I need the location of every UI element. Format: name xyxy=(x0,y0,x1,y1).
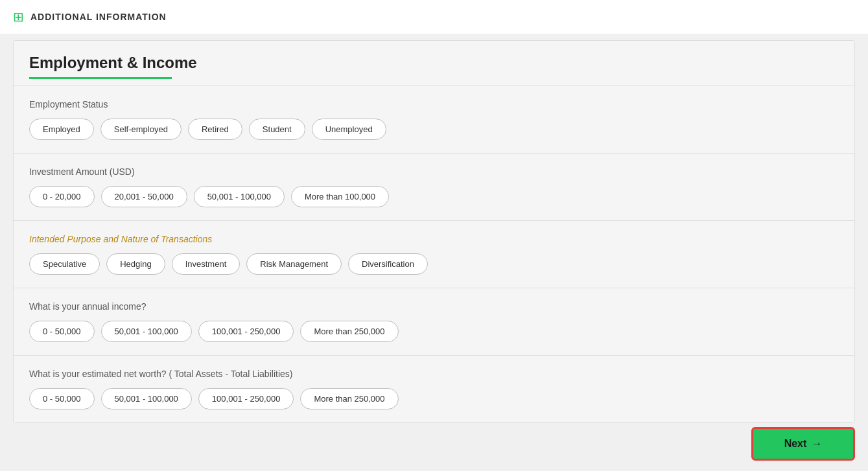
investment-amount-pills: 0 - 20,000 20,001 - 50,000 50,001 - 100,… xyxy=(29,186,839,207)
card-title-section: Employment & Income xyxy=(14,41,854,86)
employment-status-section: Employment Status Employed Self-employed… xyxy=(14,86,854,153)
investment-amount-section: Investment Amount (USD) 0 - 20,000 20,00… xyxy=(14,153,854,220)
page-header: ⊞ ADDITIONAL INFORMATION xyxy=(0,0,868,34)
pill-income-more-than-250000[interactable]: More than 250,000 xyxy=(300,321,398,342)
pill-networth-0-50000[interactable]: 0 - 50,000 xyxy=(29,388,95,409)
net-worth-pills: 0 - 50,000 50,001 - 100,000 100,001 - 25… xyxy=(29,388,839,409)
next-arrow-icon: → xyxy=(812,438,822,450)
intended-purpose-pills: Speculative Hedging Investment Risk Mana… xyxy=(29,253,839,275)
next-button[interactable]: Next → xyxy=(751,427,855,461)
intended-purpose-label: Intended Purpose and Nature of Transacti… xyxy=(29,234,839,244)
footer: Next → xyxy=(0,417,868,471)
investment-amount-label: Investment Amount (USD) xyxy=(29,167,839,177)
pill-networth-50001-100000[interactable]: 50,001 - 100,000 xyxy=(101,388,192,409)
pill-diversification[interactable]: Diversification xyxy=(348,253,428,275)
pill-0-20000[interactable]: 0 - 20,000 xyxy=(29,186,95,207)
next-button-label: Next xyxy=(784,438,807,450)
net-worth-section: What is your estimated net worth? ( Tota… xyxy=(14,355,854,422)
employment-status-pills: Employed Self-employed Retired Student U… xyxy=(29,119,839,140)
pill-hedging[interactable]: Hedging xyxy=(106,253,165,275)
pill-income-0-50000[interactable]: 0 - 50,000 xyxy=(29,321,95,342)
annual-income-section: What is your annual income? 0 - 50,000 5… xyxy=(14,288,854,355)
annual-income-pills: 0 - 50,000 50,001 - 100,000 100,001 - 25… xyxy=(29,321,839,342)
title-underline xyxy=(29,77,172,79)
annual-income-label: What is your annual income? xyxy=(29,301,839,312)
pill-retired[interactable]: Retired xyxy=(188,119,242,140)
pill-income-100001-250000[interactable]: 100,001 - 250,000 xyxy=(198,321,294,342)
pill-student[interactable]: Student xyxy=(249,119,305,140)
menu-icon: ⊞ xyxy=(13,9,24,25)
pill-50001-100000[interactable]: 50,001 - 100,000 xyxy=(194,186,285,207)
pill-more-than-100000[interactable]: More than 100,000 xyxy=(291,186,389,207)
pill-risk-management[interactable]: Risk Management xyxy=(246,253,342,275)
pill-investment[interactable]: Investment xyxy=(172,253,240,275)
pill-speculative[interactable]: Speculative xyxy=(29,253,100,275)
card-title: Employment & Income xyxy=(29,54,839,72)
main-card: Employment & Income Employment Status Em… xyxy=(13,40,855,423)
page-title: ADDITIONAL INFORMATION xyxy=(30,12,167,22)
pill-networth-more-than-250000[interactable]: More than 250,000 xyxy=(300,388,398,409)
intended-purpose-section: Intended Purpose and Nature of Transacti… xyxy=(14,220,854,288)
pill-unemployed[interactable]: Unemployed xyxy=(312,119,386,140)
pill-20001-50000[interactable]: 20,001 - 50,000 xyxy=(101,186,187,207)
pill-networth-100001-250000[interactable]: 100,001 - 250,000 xyxy=(198,388,294,409)
employment-status-label: Employment Status xyxy=(29,99,839,109)
pill-income-50001-100000[interactable]: 50,001 - 100,000 xyxy=(101,321,192,342)
net-worth-label: What is your estimated net worth? ( Tota… xyxy=(29,369,839,379)
pill-self-employed[interactable]: Self-employed xyxy=(100,119,182,140)
pill-employed[interactable]: Employed xyxy=(29,119,94,140)
